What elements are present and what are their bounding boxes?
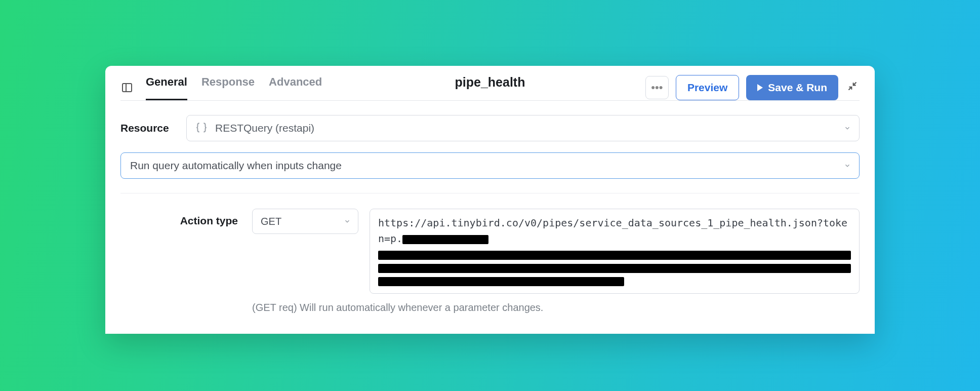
http-method-value: GET [261, 216, 281, 227]
action-type-row: Action type GET https://api.tinybird.co/… [120, 209, 860, 294]
tab-advanced[interactable]: Advanced [269, 75, 322, 100]
header-actions: ••• Preview Save & Run [645, 75, 860, 100]
preview-button[interactable]: Preview [676, 75, 739, 100]
run-mode-select[interactable]: Run query automatically when inputs chan… [120, 152, 860, 179]
query-editor-panel: General Response Advanced pipe_health ••… [105, 66, 875, 334]
action-help-row: (GET req) Will run automatically wheneve… [120, 302, 860, 314]
panel-layout-icon[interactable] [120, 81, 134, 94]
run-mode-value: Run query automatically when inputs chan… [130, 160, 342, 172]
section-divider [120, 193, 860, 193]
resource-select[interactable]: RESTQuery (restapi) [186, 115, 860, 141]
chevron-down-icon [844, 125, 851, 132]
redacted-token-segment [402, 235, 488, 244]
tab-response[interactable]: Response [201, 75, 255, 100]
chevron-down-icon [344, 218, 351, 225]
resource-label: Resource [120, 122, 186, 134]
redacted-token-segment [378, 277, 624, 286]
http-method-select[interactable]: GET [252, 209, 358, 234]
resource-value: RESTQuery (restapi) [215, 122, 314, 134]
panel-header: General Response Advanced pipe_health ••… [105, 66, 875, 100]
tab-bar: General Response Advanced [146, 75, 322, 100]
play-icon [757, 84, 763, 91]
action-help-text: (GET req) Will run automatically wheneve… [252, 302, 543, 314]
request-url-input[interactable]: https://api.tinybird.co/v0/pipes/service… [370, 209, 860, 294]
panel-body: Resource RESTQuery (restapi) Run query a… [105, 101, 875, 334]
ellipsis-icon: ••• [651, 81, 663, 94]
chevron-down-icon [844, 162, 851, 169]
braces-icon [195, 122, 208, 135]
svg-rect-0 [123, 84, 132, 92]
save-run-label: Save & Run [768, 82, 827, 94]
resource-row: Resource RESTQuery (restapi) [120, 115, 860, 141]
query-title: pipe_health [455, 75, 525, 90]
save-run-button[interactable]: Save & Run [746, 75, 838, 100]
action-type-label: Action type [120, 209, 252, 227]
redacted-token-segment [378, 251, 851, 260]
more-options-button[interactable]: ••• [645, 76, 669, 99]
collapse-panel-button[interactable] [845, 81, 860, 94]
redacted-token-segment [378, 264, 851, 273]
tab-general[interactable]: General [146, 75, 187, 100]
